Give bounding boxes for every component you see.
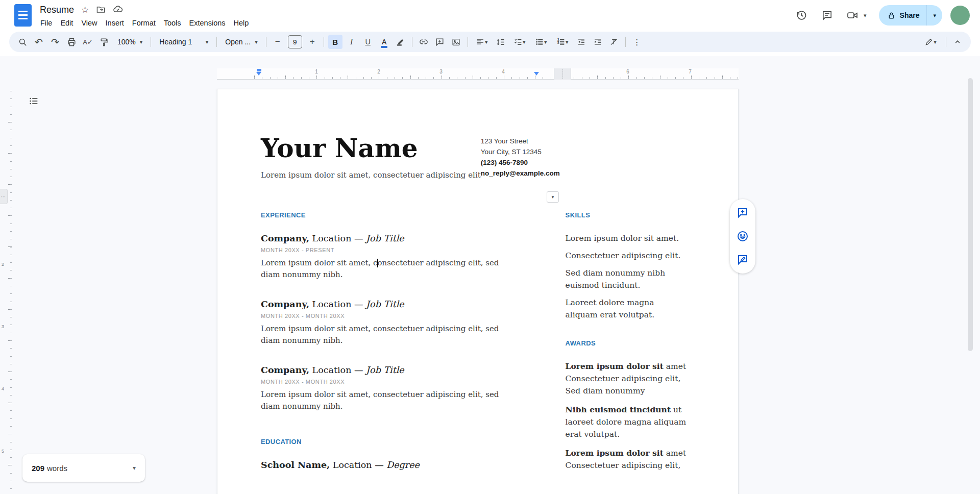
menu-insert[interactable]: Insert [102, 18, 128, 28]
menu-view[interactable]: View [77, 18, 101, 28]
left-column[interactable]: EXPERIENCE Company, Location — Job Title… [261, 211, 514, 488]
word-count-caret-icon[interactable]: ▾ [133, 464, 136, 472]
insert-link-icon[interactable] [416, 35, 431, 49]
add-comment-icon[interactable] [433, 35, 447, 49]
vertical-scrollbar-thumb[interactable] [968, 78, 973, 351]
skill-item[interactable]: Consectetuer adipiscing elit. [566, 250, 688, 262]
font-size-input[interactable]: 9 [288, 35, 302, 48]
awards-heading[interactable]: AWARDS [566, 339, 688, 347]
increase-indent-icon[interactable] [591, 35, 605, 49]
award-item[interactable]: Lorem ipsum dolor sit amet Consectetuer … [566, 447, 688, 472]
contact-city[interactable]: Your City, ST 12345 [481, 146, 603, 157]
cloud-status-icon[interactable] [113, 4, 123, 16]
highlight-color-icon[interactable] [394, 35, 408, 49]
job-title[interactable]: Job Title [366, 299, 404, 309]
entry-description[interactable]: Lorem ipsum dolor sit amet, consectetuer… [261, 323, 514, 346]
undo-icon[interactable]: ↶ [32, 35, 46, 49]
menu-extensions[interactable]: Extensions [185, 18, 230, 28]
more-options-icon[interactable]: ⋮ [630, 35, 644, 49]
company-name[interactable]: Company, [261, 365, 309, 375]
account-avatar[interactable] [950, 6, 970, 25]
experience-entry[interactable]: Company, Location — Job Title MONTH 20XX… [261, 299, 514, 346]
contact-phone[interactable]: (123) 456-7890 [481, 157, 603, 168]
video-camera-icon[interactable] [842, 5, 863, 26]
underline-button[interactable]: U [361, 35, 375, 49]
numbered-list-select[interactable]: 1 2 ▾ [553, 35, 572, 49]
meet-dropdown-caret-icon[interactable]: ▾ [864, 13, 867, 18]
menu-format[interactable]: Format [128, 18, 160, 28]
search-menus-icon[interactable] [15, 35, 30, 49]
right-column[interactable]: SKILLS Lorem ipsum dolor sit amet. Conse… [566, 211, 688, 488]
comments-icon[interactable] [817, 5, 837, 26]
suggest-edits-icon[interactable] [736, 253, 749, 266]
increase-font-size-icon[interactable]: + [305, 35, 320, 49]
share-dropdown-caret-icon[interactable]: ▾ [927, 5, 942, 26]
menu-help[interactable]: Help [230, 18, 253, 28]
job-title[interactable]: Job Title [366, 233, 404, 243]
skill-item[interactable]: Lorem ipsum dolor sit amet. [566, 232, 688, 244]
school-location[interactable]: Location [333, 460, 372, 470]
decrease-indent-icon[interactable] [574, 35, 589, 49]
menu-file[interactable]: File [36, 18, 56, 28]
entry-dates[interactable]: MONTH 20XX - PRESENT [261, 247, 514, 253]
contact-street[interactable]: 123 Your Street [481, 136, 603, 146]
entry-description[interactable]: Lorem ipsum dolor sit amet, consectetuer… [261, 389, 514, 412]
editing-mode-select[interactable]: ▾ [919, 35, 942, 49]
zoom-select[interactable]: 100% ▾ [113, 35, 146, 49]
job-title[interactable]: Job Title [366, 365, 404, 375]
school-name[interactable]: School Name, [261, 460, 330, 470]
company-location[interactable]: Location [312, 365, 352, 375]
company-location[interactable]: Location [312, 299, 352, 309]
skill-item[interactable]: Laoreet dolore magna aliquam erat volutp… [566, 296, 688, 321]
experience-entry[interactable]: Company, Location — Job Title MONTH 20XX… [261, 233, 514, 281]
google-docs-logo-icon[interactable] [14, 4, 32, 27]
clear-formatting-icon[interactable] [607, 35, 621, 49]
word-count-chip[interactable]: 209 words ▾ [22, 454, 145, 482]
skill-item[interactable]: Sed diam nonummy nibh euismod tincidunt. [566, 267, 688, 291]
paint-format-icon[interactable] [97, 35, 111, 49]
resume-tagline[interactable]: Lorem ipsum dolor sit amet, consectetuer… [261, 170, 481, 180]
bulleted-list-select[interactable]: ▾ [531, 35, 551, 49]
version-history-icon[interactable] [791, 5, 812, 26]
education-entry[interactable]: School Name, Location — Degree [261, 460, 514, 470]
menu-edit[interactable]: Edit [56, 18, 77, 28]
company-location[interactable]: Location [312, 233, 352, 243]
star-icon[interactable]: ☆ [81, 6, 89, 14]
column-divider-handle[interactable] [554, 68, 571, 80]
move-folder-icon[interactable] [96, 5, 106, 16]
first-line-indent-marker[interactable] [257, 69, 261, 71]
horizontal-ruler[interactable]: 1 2 3 4 6 7 [217, 68, 739, 80]
vertical-ruler[interactable]: 1 2 3 4 5 6 [6, 85, 12, 494]
resume-name-heading[interactable]: Your Name [261, 134, 481, 162]
table-options-dropdown[interactable]: ▾ [547, 191, 559, 203]
right-indent-marker[interactable] [534, 72, 539, 76]
emoji-reaction-icon[interactable] [736, 230, 749, 243]
share-button[interactable]: Share [879, 5, 927, 26]
checklist-select[interactable]: ▾ [510, 35, 529, 49]
paragraph-style-select[interactable]: Heading 1 ▾ [155, 35, 212, 49]
degree[interactable]: Degree [386, 460, 420, 470]
margin-drag-tab[interactable]: ⋯ [0, 189, 8, 204]
decrease-font-size-icon[interactable]: − [271, 35, 285, 49]
award-item[interactable]: Nibh euismod tincidunt ut laoreet dolore… [566, 404, 688, 440]
contact-email[interactable]: no_reply@example.com [481, 168, 603, 179]
contact-block[interactable]: 123 Your Street Your City, ST 12345 (123… [481, 134, 603, 180]
company-name[interactable]: Company, [261, 233, 309, 243]
align-select[interactable]: ▾ [472, 35, 492, 49]
education-heading[interactable]: EDUCATION [261, 438, 514, 445]
document-title[interactable]: Resume [40, 5, 74, 15]
entry-dates[interactable]: MONTH 20XX - MONTH 20XX [261, 313, 514, 319]
meet-call-button[interactable]: ▾ [842, 5, 867, 26]
add-comment-margin-icon[interactable] [736, 206, 749, 219]
left-indent-marker[interactable] [256, 72, 261, 76]
document-outline-icon[interactable] [26, 93, 42, 109]
experience-heading[interactable]: EXPERIENCE [261, 211, 514, 219]
menu-tools[interactable]: Tools [160, 18, 185, 28]
entry-description[interactable]: Lorem ipsum dolor sit amet, consectetuer… [261, 257, 514, 281]
company-name[interactable]: Company, [261, 299, 309, 309]
entry-dates[interactable]: MONTH 20XX - MONTH 20XX [261, 379, 514, 385]
award-item[interactable]: Lorem ipsum dolor sit amet Consectetuer … [566, 360, 688, 397]
insert-image-icon[interactable] [449, 35, 463, 49]
experience-entry[interactable]: Company, Location — Job Title MONTH 20XX… [261, 365, 514, 412]
line-spacing-icon[interactable] [494, 35, 508, 49]
